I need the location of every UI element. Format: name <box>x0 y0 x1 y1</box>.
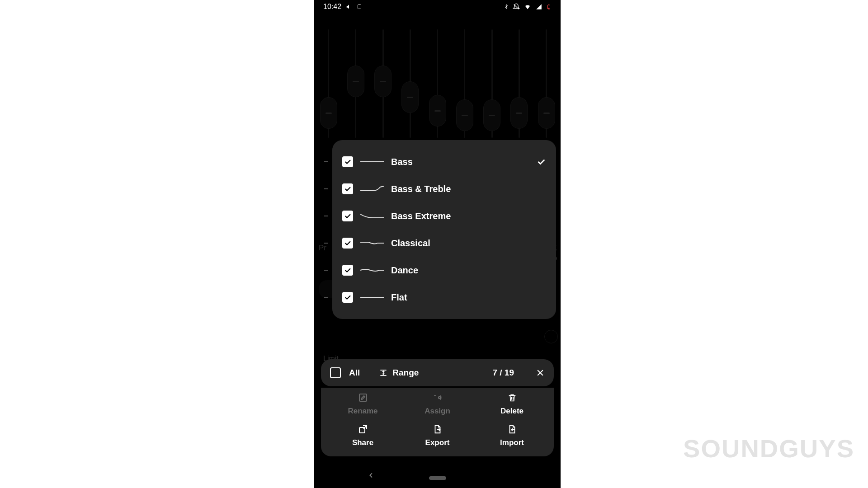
select-all-label: All <box>349 368 360 378</box>
preset-label: Bass Extreme <box>391 211 546 221</box>
preset-row-flat[interactable]: Flat <box>332 284 556 311</box>
checkbox[interactable] <box>342 183 353 194</box>
assign-icon <box>432 392 443 403</box>
volume-icon <box>346 4 352 10</box>
preset-curve-icon <box>359 266 385 275</box>
dnd-icon <box>513 3 520 10</box>
export-icon <box>433 424 443 435</box>
preset-row-bass-extreme[interactable]: Bass Extreme <box>332 202 556 230</box>
wifi-icon <box>524 4 532 10</box>
sim-icon <box>357 4 362 10</box>
range-icon <box>379 368 388 378</box>
bg-pill <box>544 330 558 343</box>
checkbox[interactable] <box>342 156 353 167</box>
preset-row-bass-treble[interactable]: Bass & Treble <box>332 175 556 202</box>
back-button[interactable] <box>368 472 375 481</box>
eq-slider <box>546 29 547 138</box>
preset-label: Flat <box>391 292 546 303</box>
select-all-checkbox[interactable] <box>330 367 341 378</box>
rename-label: Rename <box>348 407 377 416</box>
import-icon <box>507 424 517 435</box>
back-icon <box>368 472 375 479</box>
clock: 10:42 <box>323 3 341 11</box>
export-label: Export <box>425 438 450 447</box>
battery-icon <box>546 3 552 11</box>
selected-check-icon <box>536 157 546 167</box>
preset-row-bass[interactable]: Bass <box>332 148 556 175</box>
preset-label: Bass <box>391 157 530 167</box>
watermark: SOUNDGUYS <box>683 434 854 463</box>
share-label: Share <box>352 438 373 447</box>
eq-slider <box>491 29 493 138</box>
preset-list-panel: Bass Bass & Treble Bass Extreme Classica… <box>332 140 556 319</box>
preset-row-dance[interactable]: Dance <box>332 257 556 284</box>
assign-button: Assign <box>400 392 475 416</box>
home-indicator[interactable] <box>429 476 446 480</box>
eq-slider <box>410 29 411 138</box>
close-icon <box>536 368 545 377</box>
svg-rect-2 <box>548 5 549 5</box>
delete-button[interactable]: Delete <box>475 392 549 416</box>
preset-curve-icon <box>359 184 385 193</box>
selection-bar: All Range 7 / 19 <box>321 359 554 386</box>
preset-row-classical[interactable]: Classical <box>332 230 556 257</box>
eq-slider <box>437 29 438 138</box>
preset-curve-icon <box>359 211 385 221</box>
delete-icon <box>507 392 517 403</box>
signal-icon <box>535 4 542 10</box>
import-button[interactable]: Import <box>475 424 549 447</box>
export-button[interactable]: Export <box>400 424 475 447</box>
eq-slider <box>328 29 329 138</box>
preset-label: Dance <box>391 265 546 276</box>
checkbox[interactable] <box>342 238 353 249</box>
preset-curve-icon <box>359 293 385 302</box>
phone-screen: 10:42 Pr K o Limit <box>314 0 561 488</box>
eq-slider <box>355 29 356 138</box>
eq-slider <box>382 29 384 138</box>
range-button[interactable]: Range <box>379 368 419 378</box>
import-label: Import <box>500 438 524 447</box>
selection-counter: 7 / 19 <box>492 368 514 378</box>
assign-label: Assign <box>425 407 450 416</box>
svg-rect-0 <box>358 5 361 9</box>
actions-bar: Rename Assign Delete Share Export Import <box>321 388 554 456</box>
share-icon <box>358 424 368 435</box>
bg-label: Pr <box>319 244 326 253</box>
eq-slider <box>464 29 465 138</box>
bluetooth-icon <box>504 3 509 10</box>
checkbox[interactable] <box>342 292 353 303</box>
share-button[interactable]: Share <box>326 424 400 447</box>
rename-icon <box>358 392 368 403</box>
preset-curve-icon <box>359 239 385 248</box>
rename-button: Rename <box>326 392 400 416</box>
delete-label: Delete <box>500 407 524 416</box>
preset-label: Bass & Treble <box>391 184 546 194</box>
svg-rect-3 <box>548 8 550 9</box>
status-bar: 10:42 <box>314 0 561 14</box>
checkbox[interactable] <box>342 265 353 276</box>
preset-curve-icon <box>359 157 385 166</box>
checkbox[interactable] <box>342 211 353 221</box>
range-label: Range <box>392 368 419 378</box>
svg-rect-4 <box>359 394 367 401</box>
close-button[interactable] <box>536 368 545 377</box>
preset-label: Classical <box>391 238 546 249</box>
eq-slider <box>519 29 520 138</box>
